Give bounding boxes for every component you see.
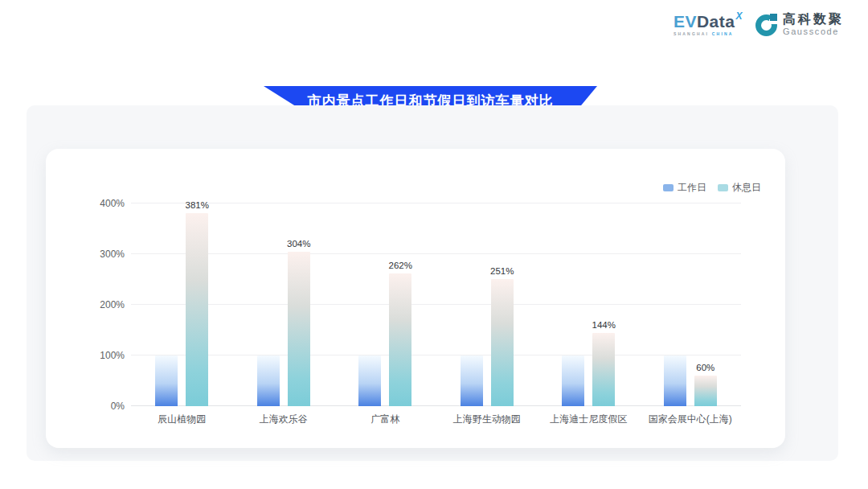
evdata-logo-x-icon: X: [735, 11, 743, 21]
evdata-logo-wordmark: EVDataX: [674, 13, 743, 30]
y-tick-label: 0%: [111, 401, 125, 412]
y-axis: 0%100%200%300%400%: [68, 193, 125, 406]
bar-workday-2: [358, 355, 381, 406]
bar-workday-4: [562, 355, 584, 406]
value-label-5: 60%: [696, 363, 714, 372]
bar-workday-1: [257, 355, 280, 406]
y-tick-label: 200%: [100, 299, 125, 310]
gausscode-logo-text: 高科数聚 Gausscode: [783, 13, 844, 36]
x-category-label-4: 上海迪士尼度假区: [550, 413, 627, 426]
evdata-logo-subtext: SHANGHAI CHINA: [674, 32, 743, 36]
gausscode-name-cn: 高科数聚: [783, 13, 844, 26]
bar-holiday-1: [288, 252, 310, 406]
gausscode-g-icon: [755, 14, 778, 36]
x-category-label-0: 辰山植物园: [158, 413, 206, 426]
x-category-label-3: 上海野生动物园: [453, 413, 521, 426]
value-label-4: 144%: [592, 320, 616, 330]
chart-card: 工作日 休息日 0%100%200%300%400% 381%304%262%2…: [46, 149, 785, 448]
bar-holiday-4: [592, 333, 615, 406]
gridline: [131, 304, 741, 305]
bar-holiday-0: [186, 213, 208, 406]
gausscode-name-en: Gausscode: [783, 27, 844, 36]
x-category-label-2: 广富林: [371, 413, 399, 426]
x-axis-line: [131, 405, 741, 406]
bar-holiday-3: [491, 279, 514, 406]
x-axis-labels: 辰山植物园上海欢乐谷广富林上海野生动物园上海迪士尼度假区国家会展中心(上海): [131, 413, 741, 429]
value-label-0: 381%: [186, 200, 209, 210]
bar-workday-3: [461, 355, 483, 406]
bar-holiday-5: [694, 376, 717, 406]
y-tick-label: 100%: [100, 350, 125, 361]
evdata-logo-ev: EV: [674, 13, 697, 30]
x-category-label-5: 国家会展中心(上海): [649, 413, 732, 426]
bar-workday-5: [664, 355, 686, 406]
y-tick-label: 300%: [100, 249, 125, 260]
bar-workday-0: [155, 355, 178, 406]
value-label-1: 304%: [287, 239, 310, 249]
header-logos: EVDataX SHANGHAI CHINA 高科数聚 Gausscode: [674, 13, 844, 36]
x-category-label-1: 上海欢乐谷: [260, 413, 308, 426]
gausscode-g-block: [770, 14, 777, 21]
evdata-sub-shanghai: SHANGHAI: [674, 31, 712, 36]
legend-workday-swatch-icon: [663, 184, 674, 191]
y-tick-label: 400%: [100, 198, 125, 209]
bar-holiday-2: [389, 273, 411, 406]
evdata-logo-data: Data: [697, 13, 735, 30]
page-root: EVDataX SHANGHAI CHINA 高科数聚 Gausscode 市内…: [0, 0, 868, 489]
gridline: [131, 355, 741, 355]
legend-holiday-swatch-icon: [718, 184, 728, 191]
value-label-2: 262%: [389, 261, 412, 270]
value-label-3: 251%: [490, 266, 514, 276]
gridline: [131, 203, 741, 203]
evdata-sub-china: CHINA: [712, 31, 734, 36]
gridline: [131, 253, 741, 254]
gausscode-logo: 高科数聚 Gausscode: [755, 13, 844, 36]
plot-area: 381%304%262%251%144%60%: [131, 193, 741, 406]
evdata-logo: EVDataX SHANGHAI CHINA: [674, 13, 743, 36]
